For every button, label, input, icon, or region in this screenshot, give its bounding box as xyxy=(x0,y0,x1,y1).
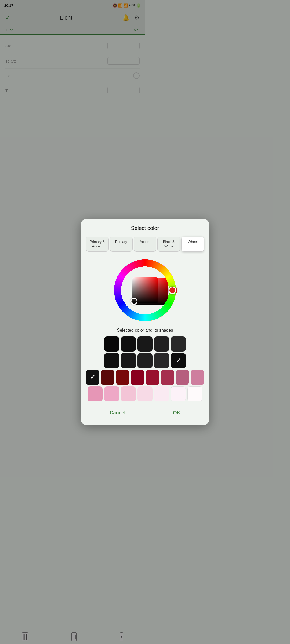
tab-accent[interactable]: Accent xyxy=(134,237,145,252)
color-picker-dialog: Select color Primary & Accent Primary Ac… xyxy=(81,219,145,322)
tab-primary[interactable]: Primary xyxy=(110,237,133,252)
color-wheel-container[interactable] xyxy=(86,258,145,322)
modal-overlay: Select color Primary & Accent Primary Ac… xyxy=(0,0,145,322)
wheel-value-thumb[interactable] xyxy=(130,298,137,305)
dialog-title: Select color xyxy=(86,225,145,231)
tab-primary-accent[interactable]: Primary & Accent xyxy=(86,237,109,252)
color-mode-tabs: Primary & Accent Primary Accent Black & … xyxy=(86,237,145,252)
